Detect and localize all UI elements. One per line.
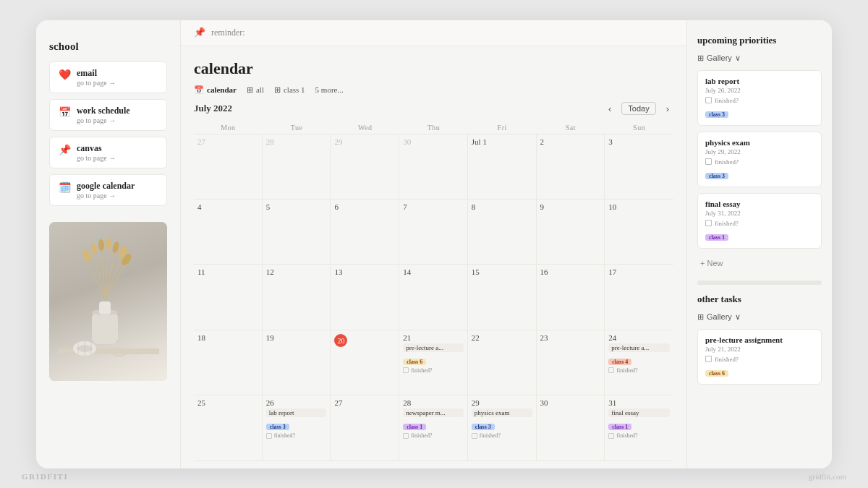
day-num: 29 xyxy=(472,398,532,407)
chevron-down-icon: ∨ xyxy=(735,53,741,63)
priority-lab-title: lab report xyxy=(705,77,814,85)
day-num: 17 xyxy=(608,267,670,276)
sidebar-item-canvas[interactable]: 📌 canvas go to page → xyxy=(49,137,167,168)
priority-lab-date: July 26, 2022 xyxy=(705,87,814,94)
other-tasks-gallery-label: Gallery xyxy=(707,312,732,321)
tab-calendar[interactable]: 📅 calendar xyxy=(194,85,237,95)
svg-rect-0 xyxy=(58,348,159,354)
event-checkbox[interactable]: finished? xyxy=(266,432,327,439)
upcoming-gallery-label: Gallery xyxy=(707,53,732,62)
day-num: 2 xyxy=(540,137,601,146)
upcoming-gallery-button[interactable]: ⊞ Gallery ∨ xyxy=(697,53,822,63)
cal-event[interactable]: pre-lecture a... xyxy=(403,343,464,352)
tab-class1[interactable]: ⊞ class 1 xyxy=(274,85,305,95)
day-num: 25 xyxy=(197,398,258,407)
sidebar-item-email[interactable]: ❤️ email go to page → xyxy=(49,61,167,93)
app-container: school ❤️ email go to page → 📅 work sche… xyxy=(36,20,832,468)
reminder-bar: 📌 reminder: xyxy=(181,20,686,46)
day-num: 30 xyxy=(540,398,601,407)
cal-cell-1-jul: Jul 1 xyxy=(468,134,537,199)
cal-cell-2-jul: 2 xyxy=(537,134,605,199)
day-num: 24 xyxy=(608,333,670,342)
cal-event[interactable]: newspaper m... xyxy=(403,408,464,417)
day-num: 22 xyxy=(472,333,532,342)
sidebar-item-google-calendar[interactable]: 🗓️ google calendar go to page → xyxy=(49,174,167,206)
day-num: 7 xyxy=(403,202,464,211)
day-num: 28 xyxy=(266,137,327,146)
calendar-grid: Mon Tue Wed Thu Fri Sat Sun 27 28 29 xyxy=(194,121,673,461)
other-pre-lecture-check[interactable]: finished? xyxy=(705,356,814,363)
priority-card-physics-exam[interactable]: physics exam July 29, 2022 finished? cla… xyxy=(697,132,822,187)
priority-card-final-essay[interactable]: final essay July 31, 2022 finished? clas… xyxy=(697,193,822,249)
today-button[interactable]: Today xyxy=(621,102,655,115)
tab-more[interactable]: 5 more... xyxy=(315,85,344,94)
outer-footer: GRIDFITI gridfiti.com xyxy=(22,472,846,481)
event-tag-class1: class 1 xyxy=(608,424,631,430)
other-gallery-icon: ⊞ xyxy=(697,312,704,322)
priority-card-lab-report[interactable]: lab report July 26, 2022 finished? class… xyxy=(697,70,822,126)
svg-point-12 xyxy=(81,248,93,262)
sidebar-title: school xyxy=(49,40,167,53)
tab-all-label: all xyxy=(256,85,264,94)
cal-cell-6: 6 xyxy=(331,200,399,264)
day-num: 5 xyxy=(266,202,327,211)
cal-event[interactable]: final essay xyxy=(608,408,670,417)
page-wrapper: school ❤️ email go to page → 📅 work sche… xyxy=(0,0,868,488)
email-icon: ❤️ xyxy=(59,69,71,81)
upcoming-priorities-title: upcoming priorities xyxy=(697,35,822,46)
sidebar-gcal-label: google calendar xyxy=(77,181,135,192)
other-task-pre-lecture[interactable]: pre-lecture assignment July 21, 2022 fin… xyxy=(697,329,822,385)
next-month-button[interactable]: › xyxy=(662,102,673,116)
sidebar: school ❤️ email go to page → 📅 work sche… xyxy=(36,20,181,468)
work-schedule-icon: 📅 xyxy=(59,106,71,119)
cal-cell-7: 7 xyxy=(399,200,468,264)
day-num: 18 xyxy=(197,333,258,342)
tab-all[interactable]: ⊞ all xyxy=(247,85,264,95)
sidebar-email-label: email xyxy=(77,68,116,79)
calendar-nav-buttons: ‹ Today › xyxy=(604,102,673,116)
event-tag-class3: class 3 xyxy=(266,424,289,430)
svg-line-11 xyxy=(105,262,127,300)
event-checkbox[interactable]: finished? xyxy=(472,432,532,439)
priority-lab-check[interactable]: finished? xyxy=(705,97,814,104)
priority-essay-date: July 31, 2022 xyxy=(705,210,814,217)
day-num: 28 xyxy=(403,398,464,407)
day-num: 8 xyxy=(472,202,532,211)
other-tasks-gallery-button[interactable]: ⊞ Gallery ∨ xyxy=(697,312,822,322)
checkbox-box xyxy=(403,433,409,439)
svg-point-14 xyxy=(98,239,104,250)
cal-cell-19: 19 xyxy=(263,330,331,395)
cal-event[interactable]: physics exam xyxy=(472,408,532,417)
cal-cell-28: 28 newspaper m... class 1 finished? xyxy=(399,395,468,460)
header-mon: Mon xyxy=(194,121,263,134)
gallery-icon: ⊞ xyxy=(697,53,704,63)
cal-event[interactable]: lab report xyxy=(266,408,327,417)
cal-cell-29-jun: 29 xyxy=(331,134,399,199)
cal-week-4: 18 19 20 21 pre-lecture a... class 6 fin… xyxy=(194,330,673,395)
cal-cell-23: 23 xyxy=(537,330,605,395)
cal-cell-28-jun: 28 xyxy=(263,134,331,199)
prev-month-button[interactable]: ‹ xyxy=(604,102,616,116)
brand-name: GRIDFITI xyxy=(22,472,69,481)
cal-cell-25: 25 xyxy=(194,395,263,460)
event-checkbox[interactable]: finished? xyxy=(608,367,670,374)
day-num: 14 xyxy=(403,267,464,276)
cal-cell-31: 31 final essay class 1 finished? xyxy=(605,395,673,460)
event-checkbox[interactable]: finished? xyxy=(403,367,464,374)
day-num: 19 xyxy=(266,333,327,342)
check-box xyxy=(705,97,712,103)
day-num: 26 xyxy=(266,398,327,407)
cal-cell-11: 11 xyxy=(194,265,263,329)
tab-class1-label: class 1 xyxy=(284,85,305,94)
priority-essay-check[interactable]: finished? xyxy=(705,220,814,227)
event-checkbox[interactable]: finished? xyxy=(403,432,464,439)
event-checkbox[interactable]: finished? xyxy=(608,432,670,439)
sidebar-canvas-link: go to page → xyxy=(77,154,116,162)
calendar-month-label: July 2022 xyxy=(194,103,232,114)
sidebar-item-work-schedule[interactable]: 📅 work schedule go to page → xyxy=(49,99,167,131)
cal-week-2: 4 5 6 7 8 9 10 xyxy=(194,200,673,265)
day-num: 21 xyxy=(403,333,464,342)
new-priority-button[interactable]: + New xyxy=(697,257,822,269)
priority-physics-check[interactable]: finished? xyxy=(705,158,814,166)
cal-event[interactable]: pre-lecture a... xyxy=(608,343,670,352)
